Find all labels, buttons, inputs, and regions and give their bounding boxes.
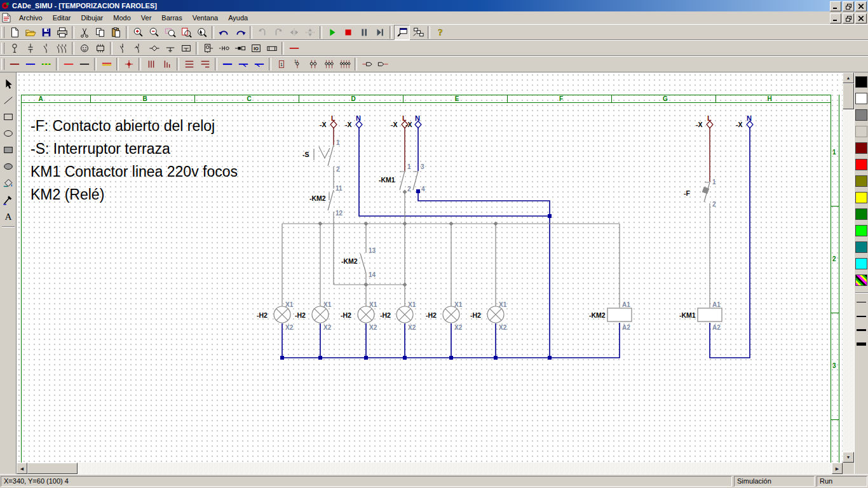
connector-in-button[interactable] — [375, 57, 391, 72]
mdi-restore-button[interactable] — [843, 13, 854, 24]
color-swatch-ff0000[interactable] — [855, 159, 867, 170]
draw-ellipse-button[interactable] — [0, 125, 17, 142]
select-arrow-button[interactable] — [0, 76, 17, 92]
open-file-button[interactable] — [22, 25, 38, 40]
menu-ver[interactable]: Ver — [136, 13, 157, 23]
bars-horizontal-button[interactable] — [181, 57, 197, 72]
comp-switch-no-button[interactable] — [114, 41, 130, 56]
save-file-button[interactable] — [38, 25, 54, 40]
monitor-cascade-button[interactable] — [410, 25, 426, 40]
toolbar-grip[interactable] — [1, 43, 4, 54]
comp-coil-button[interactable] — [22, 41, 38, 56]
eyedropper-button[interactable] — [0, 191, 17, 208]
wire-red-button[interactable] — [60, 57, 76, 72]
color-swatch-00ffff[interactable] — [855, 258, 867, 269]
close-button[interactable] — [855, 1, 867, 11]
menu-ventana[interactable]: Ventana — [187, 13, 223, 23]
horizontal-scroll-thumb[interactable] — [27, 463, 78, 474]
wire-green-dashed-button[interactable] — [38, 57, 54, 72]
text-tool-button[interactable]: A — [0, 208, 17, 224]
color-swatch-808080[interactable] — [855, 109, 867, 121]
print-button[interactable] — [54, 25, 70, 40]
menu-barras[interactable]: Barras — [156, 13, 187, 23]
terminal-3-button[interactable] — [321, 57, 337, 72]
zoom-select-button[interactable] — [194, 25, 210, 40]
comp-indicator-button[interactable] — [6, 41, 22, 56]
line-width-1-button[interactable] — [855, 297, 867, 307]
scroll-right-button[interactable]: ▶ — [832, 463, 843, 474]
comp-contact-button[interactable] — [38, 41, 54, 56]
vertical-scrollbar[interactable]: ▲ ▼ — [843, 72, 854, 463]
menu-ayuda[interactable]: Ayuda — [223, 13, 253, 23]
color-swatch-00ff00[interactable] — [855, 225, 867, 236]
node-junction-button[interactable] — [121, 57, 137, 72]
comp-switch-timed-button[interactable] — [130, 41, 146, 56]
zoom-window-button[interactable] — [162, 25, 178, 40]
bars-horizontal-mixed-button[interactable] — [197, 57, 213, 72]
undo-button[interactable] — [216, 25, 232, 40]
color-swatch-008000[interactable] — [855, 208, 867, 220]
horizontal-scrollbar[interactable]: ◀ ▶ — [17, 463, 843, 474]
new-file-button[interactable] — [6, 25, 22, 40]
scroll-up-button[interactable]: ▲ — [843, 72, 854, 83]
comp-plc-button[interactable] — [92, 41, 108, 56]
paste-button[interactable] — [108, 25, 124, 40]
restore-button[interactable] — [843, 1, 854, 11]
color-swatch-ffff00[interactable] — [855, 192, 867, 203]
vertical-scroll-thumb[interactable] — [843, 83, 854, 109]
minimize-button[interactable] — [830, 1, 841, 11]
fill-bucket-button[interactable] — [0, 175, 17, 191]
simulate-play-button[interactable] — [324, 25, 340, 40]
mdi-minimize-button[interactable] — [830, 13, 841, 24]
scroll-down-button[interactable]: ▼ — [843, 452, 854, 463]
menu-dibujar[interactable]: Dibujar — [76, 13, 108, 23]
bars-vertical-button[interactable] — [143, 57, 159, 72]
simulate-stop-button[interactable] — [340, 25, 356, 40]
redo-button[interactable] — [232, 25, 248, 40]
monitor-panel-button[interactable] — [394, 25, 410, 40]
scroll-left-button[interactable]: ◀ — [17, 463, 27, 474]
zoom-in-button[interactable] — [130, 25, 146, 40]
wire-blue-tap-button[interactable] — [235, 57, 251, 72]
wire-blue-thick-button[interactable] — [219, 57, 235, 72]
wire-black-button[interactable] — [76, 57, 92, 72]
terminal-4-button[interactable] — [337, 57, 353, 72]
color-swatch-rainbow[interactable] — [855, 274, 867, 286]
comp-valve-diamond-button[interactable] — [146, 41, 162, 56]
draw-line-button[interactable] — [0, 92, 17, 109]
wire-blue-button[interactable] — [22, 57, 38, 72]
zoom-page-button[interactable] — [178, 25, 194, 40]
copy-button[interactable] — [92, 25, 108, 40]
drawing-canvas[interactable]: ABCDEFGH123 -F: Contacto abierto del rel… — [17, 72, 843, 463]
comp-socket-button[interactable] — [216, 41, 232, 56]
line-width-3-button[interactable] — [855, 325, 867, 335]
comp-io-box-button[interactable]: IO — [248, 41, 264, 56]
zoom-out-button[interactable] — [146, 25, 162, 40]
color-swatch-808000[interactable] — [855, 175, 867, 187]
wire-segment-red-button[interactable] — [286, 41, 302, 56]
title-bar[interactable]: CADe_SIMU - [TEMPORIZACION FAROLES] — [0, 0, 868, 11]
menu-modo[interactable]: Modo — [108, 13, 136, 23]
simulate-pause-button[interactable] — [356, 25, 372, 40]
document-icon[interactable] — [1, 13, 11, 23]
terminal-1-button[interactable]: 1 — [289, 57, 305, 72]
color-swatch-008080[interactable] — [855, 241, 867, 253]
wire-red-yellow-button[interactable] — [98, 57, 114, 72]
draw-ellipse-filled-button[interactable] — [0, 158, 17, 175]
menu-archivo[interactable]: Archivo — [14, 13, 48, 23]
toolbar-grip[interactable] — [1, 58, 4, 70]
comp-terminal-button[interactable] — [178, 41, 194, 56]
connector-out-button[interactable] — [359, 57, 375, 72]
color-swatch-none[interactable] — [855, 126, 867, 137]
line-width-2-button[interactable] — [855, 311, 867, 321]
schematic-drawing[interactable]: LNLNLN-X-X-X-X-X-X12-S1112-KM21314-KM2-K… — [17, 72, 843, 463]
draw-rect-filled-button[interactable] — [0, 142, 17, 158]
bars-vertical-mixed-button[interactable] — [159, 57, 175, 72]
terminal-2-button[interactable] — [305, 57, 321, 72]
toolbar-grip[interactable] — [1, 27, 4, 38]
line-width-5-button[interactable] — [855, 339, 867, 349]
label-frame-button[interactable]: 1 — [273, 57, 289, 72]
cut-button[interactable] — [76, 25, 92, 40]
mdi-close-button[interactable] — [855, 13, 867, 24]
color-swatch-000000[interactable] — [855, 76, 867, 88]
